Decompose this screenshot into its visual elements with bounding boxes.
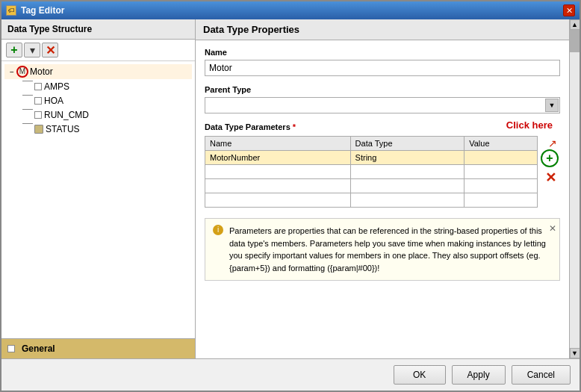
name-label: Name (205, 48, 560, 57)
params-table-wrapper: Click here ↗ Name Data Type Value (205, 136, 538, 208)
motor-icon: M (16, 66, 28, 78)
tree-item-hoa[interactable]: HOA (4, 93, 192, 108)
window-footer: OK Apply Cancel (1, 358, 580, 391)
right-content: Name Parent Type ▼ Data T (196, 40, 569, 358)
tree-item-motor[interactable]: − M Motor (4, 64, 192, 79)
amps-label: AMPS (44, 81, 69, 92)
status-icon (34, 125, 43, 134)
tree-area: − M Motor AMPS HOA (1, 61, 195, 338)
table-action-buttons: + ✕ (541, 149, 559, 185)
dropdown-button[interactable]: ▾ (24, 43, 40, 57)
info-text: Parameters are properties that can be re… (229, 225, 552, 274)
parent-type-select[interactable] (205, 97, 560, 113)
window-icon: 🏷 (6, 5, 16, 16)
table-row[interactable]: MotorNumber String (205, 151, 538, 165)
name-input[interactable] (205, 60, 560, 76)
window-body: Data Type Structure + ▾ ✕ − M Motor AMPS (1, 19, 580, 358)
scroll-thumb[interactable] (570, 30, 580, 52)
parent-type-select-wrapper: ▼ (205, 97, 560, 113)
amps-icon (34, 83, 42, 90)
general-icon (7, 345, 15, 352)
parent-type-group: Parent Type ▼ (205, 85, 560, 113)
scroll-down[interactable]: ▼ (570, 348, 580, 358)
window-title: Tag Editor (21, 5, 64, 16)
right-panel-header: Data Type Properties (196, 19, 569, 40)
add-row-button[interactable]: + (541, 149, 559, 167)
table-row-empty-2 (205, 179, 538, 193)
left-panel: Data Type Structure + ▾ ✕ − M Motor AMPS (1, 19, 196, 358)
delete-row-button[interactable]: ✕ (543, 170, 558, 185)
name-group: Name (205, 48, 560, 76)
params-section: Data Type Parameters * Click here ↗ Name (205, 122, 560, 281)
cell-name: MotorNumber (205, 151, 351, 165)
tree-item-runcmd[interactable]: RUN_CMD (4, 108, 192, 122)
col-datatype: Data Type (350, 137, 465, 151)
params-table: Name Data Type Value MotorNumber String (205, 136, 538, 208)
ok-button[interactable]: OK (394, 365, 446, 385)
cell-datatype: String (350, 151, 465, 165)
apply-button[interactable]: Apply (452, 365, 506, 385)
status-label: STATUS (46, 124, 80, 134)
info-box-content: i Parameters are properties that can be … (213, 225, 552, 274)
table-row-empty-1 (205, 165, 538, 179)
runcmd-label: RUN_CMD (44, 110, 89, 120)
hoa-label: HOA (44, 96, 63, 106)
scroll-up[interactable]: ▲ (570, 19, 580, 30)
add-button[interactable]: + (6, 43, 22, 57)
info-box: ✕ i Parameters are properties that can b… (205, 218, 560, 281)
cancel-button[interactable]: Cancel (512, 365, 571, 385)
general-label: General (22, 343, 55, 354)
motor-label: Motor (30, 66, 53, 77)
scrollbar[interactable]: ▲ ▼ (569, 19, 580, 358)
tree-item-amps[interactable]: AMPS (4, 79, 192, 93)
info-box-close[interactable]: ✕ (549, 222, 556, 235)
tag-editor-window: 🏷 Tag Editor ✕ Data Type Structure + ▾ ✕… (0, 0, 581, 392)
runcmd-icon (34, 111, 42, 119)
window-close-button[interactable]: ✕ (563, 4, 575, 16)
cell-value (465, 151, 538, 165)
right-panel: Data Type Properties Name Parent Type ▼ (196, 19, 569, 358)
click-here-label: Click here (506, 119, 553, 131)
general-section: General (1, 338, 195, 358)
tree-item-status[interactable]: STATUS (4, 122, 192, 136)
table-row-empty-3 (205, 193, 538, 208)
title-bar: 🏷 Tag Editor ✕ (1, 1, 580, 19)
left-panel-header: Data Type Structure (1, 19, 195, 40)
hoa-icon (34, 97, 42, 105)
parent-type-label: Parent Type (205, 85, 560, 94)
arrow-indicator: ↗ (548, 137, 557, 149)
delete-button[interactable]: ✕ (42, 43, 58, 57)
info-icon: i (213, 225, 223, 235)
tree-toolbar: + ▾ ✕ (1, 40, 195, 61)
expand-motor[interactable]: − (7, 67, 16, 76)
scroll-track[interactable] (570, 30, 580, 348)
col-value: Value (465, 137, 538, 151)
col-name: Name (205, 137, 351, 151)
